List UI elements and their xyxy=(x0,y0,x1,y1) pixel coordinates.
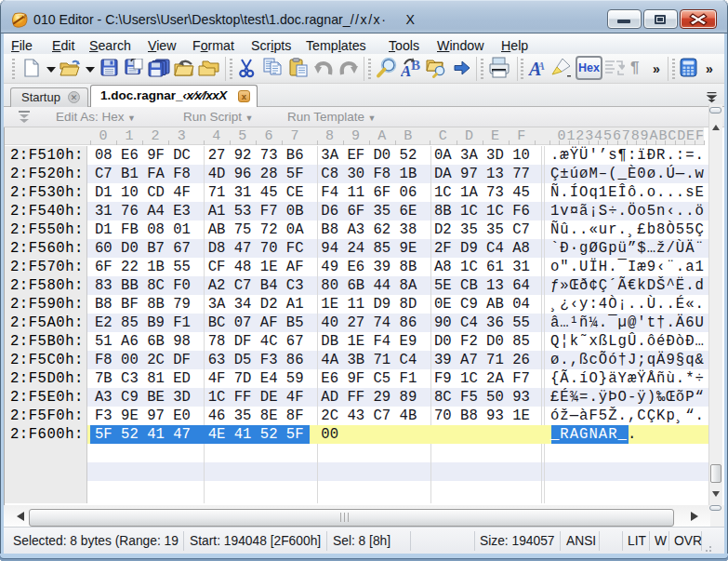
svg-text:A: A xyxy=(536,60,545,73)
svg-text:A: A xyxy=(401,62,411,79)
